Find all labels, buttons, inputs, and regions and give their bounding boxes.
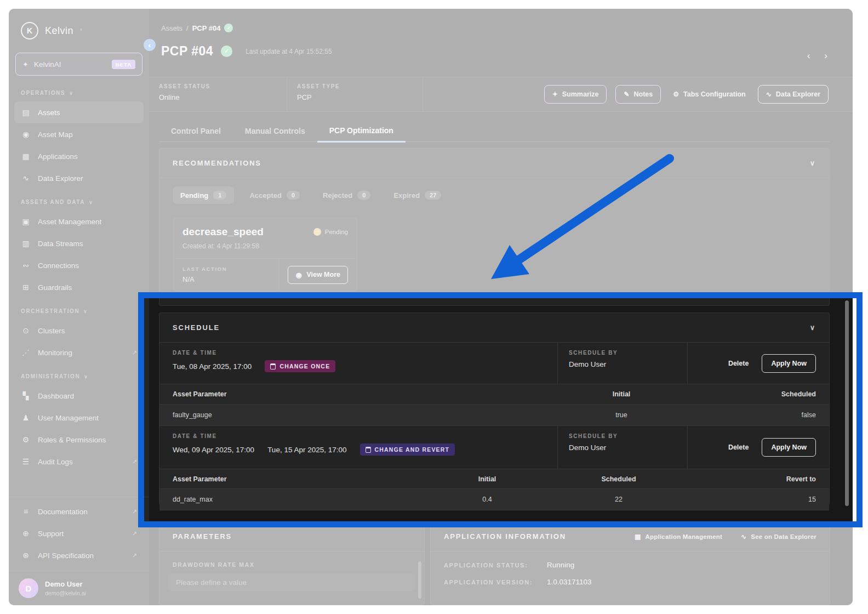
sidebar-item-label: Clusters xyxy=(38,327,65,335)
see-on-data-explorer-link[interactable]: ∿ See on Data Explorer xyxy=(741,533,816,541)
highlight-rectangle xyxy=(138,292,863,527)
sidebar-item-data-explorer[interactable]: ∿ Data Explorer xyxy=(9,167,149,189)
filter-accepted[interactable]: Accepted 0 xyxy=(242,186,307,204)
asset-type-label: ASSET TYPE xyxy=(297,83,413,89)
waveform-icon: ∿ xyxy=(741,533,746,541)
beta-badge: BETA xyxy=(112,60,135,69)
kelvin-logo[interactable]: K Kelvin ° xyxy=(9,9,149,49)
view-more-button[interactable]: ◉ View More xyxy=(288,266,348,284)
application-management-link[interactable]: ▦ Application Management xyxy=(635,533,722,541)
last-action-label: LAST ACTION xyxy=(182,266,227,272)
breadcrumb-separator: / xyxy=(186,24,189,32)
external-link-icon: ↗ xyxy=(132,458,137,465)
documentation-icon: ≡ xyxy=(21,507,31,516)
application-version-row: APPLICATION VERSION: 1.0.03171103 xyxy=(444,578,816,586)
sidebar-item-monitoring[interactable]: ⋰ Monitoring ↗ xyxy=(9,342,149,363)
tab-pcp-optimization[interactable]: PCP Optimization xyxy=(317,126,406,143)
tab-manual-controls[interactable]: Manual Controls xyxy=(233,127,317,141)
tabs-configuration-button[interactable]: ⚙ Tabs Configuration xyxy=(670,86,749,103)
filter-count-badge: 0 xyxy=(357,191,370,200)
kelvin-logo-icon: K xyxy=(21,22,38,39)
api-specification-icon: ⊛ xyxy=(21,551,31,560)
sidebar-item-guardrails[interactable]: ⊞ Guardrails xyxy=(9,276,149,298)
notes-button[interactable]: ✎ Notes xyxy=(615,85,661,104)
sidebar-item-connections[interactable]: ∾ Connections xyxy=(9,254,149,276)
filter-rejected[interactable]: Rejected 0 xyxy=(315,186,378,204)
data-explorer-button[interactable]: ∿ Data Explorer xyxy=(758,85,829,104)
next-asset-button[interactable]: › xyxy=(824,50,827,61)
sidebar-item-label: Audit Logs xyxy=(38,458,73,466)
user-email: demo@kelvin.ai xyxy=(45,590,86,596)
drawdown-rate-max-input[interactable] xyxy=(168,573,415,592)
breadcrumb-root[interactable]: Assets xyxy=(161,24,182,32)
sidebar-item-asset-map[interactable]: ◉ Asset Map xyxy=(9,123,149,145)
assets-icon: ▤ xyxy=(21,108,31,117)
filter-label: Accepted xyxy=(249,191,282,200)
data-streams-icon: ▥ xyxy=(21,239,31,248)
sidebar-item-support[interactable]: ⊕ Support ↗ xyxy=(9,522,149,544)
sidebar-item-kelvinai[interactable]: ✦ KelvinAI BETA xyxy=(15,53,142,76)
parameters-title: PARAMETERS xyxy=(173,532,232,541)
sparkle-icon: ✦ xyxy=(552,90,558,98)
user-profile[interactable]: D Demo User demo@kelvin.ai xyxy=(9,571,149,605)
view-more-label: View More xyxy=(306,271,340,278)
sidebar-item-documentation[interactable]: ≡ Documentation ↗ xyxy=(9,501,149,522)
dashboard-icon: ▚ xyxy=(21,391,31,400)
sidebar-group-administration[interactable]: ADMINISTRATION ∨ xyxy=(9,363,149,385)
collapse-section-icon[interactable]: ∨ xyxy=(810,159,816,167)
sidebar-item-data-streams[interactable]: ▥ Data Streams xyxy=(9,232,149,254)
recommendation-name: decrease_speed xyxy=(182,226,264,238)
eye-icon: ◉ xyxy=(295,271,301,279)
sidebar-item-audit-logs[interactable]: ☰ Audit Logs ↗ xyxy=(9,451,149,473)
filter-expired[interactable]: Expired 27 xyxy=(386,186,449,204)
data-explorer-icon: ∿ xyxy=(21,174,31,183)
sidebar-item-clusters[interactable]: ⊙ Clusters xyxy=(9,320,149,342)
external-link-icon: ↗ xyxy=(132,349,137,356)
user-name: Demo User xyxy=(45,580,86,588)
application-information-title: APPLICATION INFORMATION xyxy=(444,532,566,541)
summarize-button[interactable]: ✦ Summarize xyxy=(544,85,607,104)
group-title-label: ORCHESTRATION xyxy=(21,308,79,314)
sidebar-item-label: Connections xyxy=(38,261,79,270)
sidebar-item-assets[interactable]: ▤ Assets xyxy=(14,101,144,123)
guardrails-icon: ⊞ xyxy=(21,283,31,292)
sidebar-group-assets-and-data[interactable]: ASSETS AND DATA ∨ xyxy=(9,189,149,211)
notes-label: Notes xyxy=(634,90,653,98)
sidebar-item-label: Support xyxy=(38,530,64,538)
sidebar-item-user-management[interactable]: ♟ User Management xyxy=(9,407,149,429)
sidebar-group-operations[interactable]: OPERATIONS ∨ xyxy=(9,80,149,101)
asset-status-value: Online xyxy=(159,93,277,101)
asset-pager: ‹ › xyxy=(807,50,827,61)
sidebar-item-api-specification[interactable]: ⊛ API Specification ↗ xyxy=(9,544,149,566)
sidebar-item-applications[interactable]: ▦ Applications xyxy=(9,145,149,167)
filter-pending[interactable]: Pending 1 xyxy=(173,186,234,204)
recommendation-filters: Pending 1 Accepted 0 Rejected 0 Expired … xyxy=(159,178,829,212)
sidebar-item-label: User Management xyxy=(38,414,99,422)
asset-type-cell: ASSET TYPE PCP xyxy=(287,77,423,111)
sidebar-footer: ≡ Documentation ↗ ⊕ Support ↗ ⊛ API Spec… xyxy=(9,497,149,605)
sidebar-item-label: Guardrails xyxy=(38,283,72,292)
sidebar-item-dashboard[interactable]: ▚ Dashboard xyxy=(9,385,149,407)
pending-status-icon: ⋯ xyxy=(313,228,321,236)
application-status-value: Running xyxy=(547,561,574,569)
page-title: PCP #04 xyxy=(161,44,213,59)
parameters-scrollbar[interactable] xyxy=(418,561,421,599)
last-action-value: N/A xyxy=(182,275,227,283)
sidebar-collapse-button[interactable]: ‹ xyxy=(144,39,156,51)
avatar: D xyxy=(19,578,38,598)
tab-control-panel[interactable]: Control Panel xyxy=(159,127,233,141)
prev-asset-button[interactable]: ‹ xyxy=(807,50,810,61)
sidebar-item-roles-permissions[interactable]: ⚙ Roles & Permissions xyxy=(9,429,149,451)
sidebar-item-asset-management[interactable]: ▣ Asset Management xyxy=(9,211,149,232)
page-title-row: PCP #04 ✓ Last update at 4 Apr 15:52:55 xyxy=(161,44,332,59)
sidebar-item-label: Roles & Permissions xyxy=(38,436,106,444)
external-link-icon: ↗ xyxy=(132,530,137,537)
online-check-icon: ✓ xyxy=(224,24,233,32)
sidebar-group-orchestration[interactable]: ORCHESTRATION ∨ xyxy=(9,298,149,320)
breadcrumb[interactable]: Assets / PCP #04 ✓ xyxy=(161,24,233,32)
asset-type-value: PCP xyxy=(297,93,413,101)
sidebar-item-label: Dashboard xyxy=(38,392,74,400)
tabs-configuration-label: Tabs Configuration xyxy=(683,90,746,98)
roles-permissions-icon: ⚙ xyxy=(21,435,31,444)
audit-logs-icon: ☰ xyxy=(21,457,31,466)
